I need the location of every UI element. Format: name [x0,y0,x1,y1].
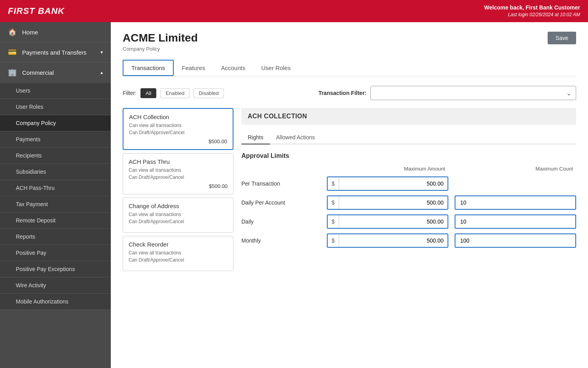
sidebar-item-label: Payments and Transfers [22,49,87,56]
limits-row-monthly: Monthly [241,237,321,244]
card-desc2: Can Draft/Approve/Cancel [129,218,228,225]
sidebar-item-users[interactable]: Users [0,83,111,99]
daily-count-input[interactable] [455,214,576,229]
sidebar-item-recipients[interactable]: Recipients [0,148,111,164]
currency-symbol: $ [328,234,339,247]
logo: FIRST BANK [8,6,64,16]
inner-tab-rights[interactable]: Rights [241,131,270,144]
card-desc1: Can view all transactions [129,122,227,129]
sidebar-item-payments[interactable]: Payments [0,131,111,148]
welcome-message: Welcome back, First Bank Customer Last l… [484,4,580,18]
approval-limits-section: Approval Limits Maximum Amount Maximum C… [241,152,576,248]
sidebar-item-payments-transfers[interactable]: 💳 Payments and Transfers ▾ [0,42,111,63]
currency-symbol: $ [328,196,339,209]
monthly-amount-input[interactable] [339,234,448,247]
detail-inner-tabs: Rights Allowed Actions [241,131,576,144]
card-desc1: Can view all transactions [129,249,228,256]
tab-transactions[interactable]: Transactions [123,60,174,76]
two-col-layout: ACH Collection Can view all transactions… [123,108,576,271]
chevron-up-icon: ▴ [101,70,103,75]
sidebar-item-remote-deposit[interactable]: Remote Deposit [0,212,111,229]
filter-btn-all[interactable]: All [140,88,156,98]
limits-row-daily-per-account: Daily Per Account [241,199,321,206]
sidebar-subitem-label: Positive Pay Exceptions [16,266,75,272]
tab-accounts[interactable]: Accounts [213,60,254,76]
sidebar-item-wire-activity[interactable]: Wire Activity [0,277,111,294]
transaction-filter-select[interactable] [370,86,576,100]
sidebar-subitem-label: Mobile Authorizations [16,298,68,305]
approval-limits-title: Approval Limits [241,152,576,159]
limits-row-per-transaction: Per Transaction [241,180,321,187]
sidebar-item-ach-pass-thru[interactable]: ACH Pass-Thru [0,180,111,196]
sidebar-subitem-label: Reports [16,233,35,240]
currency-symbol: $ [328,215,339,228]
limits-row-daily: Daily [241,218,321,225]
card-desc2: Can Draft/Approve/Cancel [129,256,228,264]
page-header: ACME Limited Save [123,32,576,44]
daily-per-account-count-input[interactable] [455,195,576,210]
sidebar-subitem-label: Payments [16,136,40,142]
transaction-filter-wrapper [370,86,576,100]
limits-col-max-count: Maximum Count [455,166,576,172]
limits-col-max-amount: Maximum Amount [327,166,448,172]
tab-user-roles[interactable]: User Roles [253,60,298,76]
per-transaction-amount-wrapper: $ [327,176,448,191]
per-transaction-amount-input[interactable] [339,177,448,190]
tab-features[interactable]: Features [174,60,213,76]
filter-btn-disabled[interactable]: Disabled [193,88,224,98]
transaction-card-check-reorder[interactable]: Check Reorder Can view all transactions … [123,236,233,271]
sidebar-item-reports[interactable]: Reports [0,229,111,245]
daily-amount-input[interactable] [339,215,448,228]
sidebar-subitem-label: Subsidiaries [16,169,46,175]
daily-per-account-amount-input[interactable] [339,196,448,209]
inner-tab-allowed-actions[interactable]: Allowed Actions [270,131,321,144]
app-header: FIRST BANK Welcome back, First Bank Cust… [0,0,588,22]
sidebar-item-positive-pay-exceptions[interactable]: Positive Pay Exceptions [0,261,111,277]
chevron-down-icon: ▾ [101,49,103,55]
sidebar-subitem-label: ACH Pass-Thru [16,185,55,191]
last-login-text: Last login 02/26/2024 at 10:02 AM [484,11,580,18]
sidebar: 🏠 Home 💳 Payments and Transfers ▾ 🏢 Comm… [0,22,111,368]
sidebar-subitem-label: Users [16,87,30,94]
sidebar-item-positive-pay[interactable]: Positive Pay [0,245,111,261]
save-button[interactable]: Save [548,32,576,44]
page-title: ACME Limited [123,32,198,44]
monthly-count-input[interactable] [455,233,576,248]
sidebar-subitem-label: Positive Pay [16,250,46,256]
main-tabs: Transactions Features Accounts User Role… [123,60,576,76]
card-title: Change of Address [129,203,228,209]
card-desc2: Can Draft/Approve/Cancel [129,174,228,181]
filter-right: Transaction Filter: [319,86,576,100]
card-amount: $500.00 [129,183,228,189]
sidebar-item-commercial[interactable]: 🏢 Commercial ▴ [0,63,111,83]
sidebar-item-subsidiaries[interactable]: Subsidiaries [0,164,111,180]
transaction-card-ach-collection[interactable]: ACH Collection Can view all transactions… [123,108,233,150]
filter-container: Filter: All Enabled Disabled Transaction… [123,86,576,100]
daily-amount-wrapper: $ [327,214,448,229]
transaction-card-ach-pass-thru[interactable]: ACH Pass Thru Can view all transactions … [123,153,233,194]
sidebar-item-mobile-authorizations[interactable]: Mobile Authorizations [0,294,111,310]
sidebar-subitem-label: Tax Payment [16,201,48,207]
sidebar-item-tax-payment[interactable]: Tax Payment [0,196,111,212]
card-desc1: Can view all transactions [129,211,228,218]
currency-symbol: $ [328,177,339,190]
sidebar-item-home[interactable]: 🏠 Home [0,22,111,42]
sidebar-subitem-label: Remote Deposit [16,217,55,224]
filter-left: Filter: All Enabled Disabled [123,88,224,98]
transaction-filter-label: Transaction Filter: [319,90,366,96]
commercial-icon: 🏢 [8,68,17,77]
detail-panel: ACH COLLECTION Rights Allowed Actions Ap… [233,108,576,271]
card-title: ACH Collection [129,114,227,120]
sidebar-item-user-roles[interactable]: User Roles [0,99,111,115]
filter-btn-enabled[interactable]: Enabled [160,88,190,98]
transaction-list: ACH Collection Can view all transactions… [123,108,233,271]
welcome-text: Welcome back, First Bank Customer [484,4,580,12]
detail-panel-header: ACH COLLECTION [241,108,576,125]
sidebar-item-label: Home [22,29,38,36]
limits-grid: Maximum Amount Maximum Count Per Transac… [241,166,576,248]
sidebar-item-company-policy[interactable]: Company Policy [0,115,111,131]
page-subtitle: Company Policy [123,46,576,52]
transaction-card-change-of-address[interactable]: Change of Address Can view all transacti… [123,197,233,233]
main-layout: 🏠 Home 💳 Payments and Transfers ▾ 🏢 Comm… [0,22,588,368]
sidebar-subitem-label: Recipients [16,152,42,159]
